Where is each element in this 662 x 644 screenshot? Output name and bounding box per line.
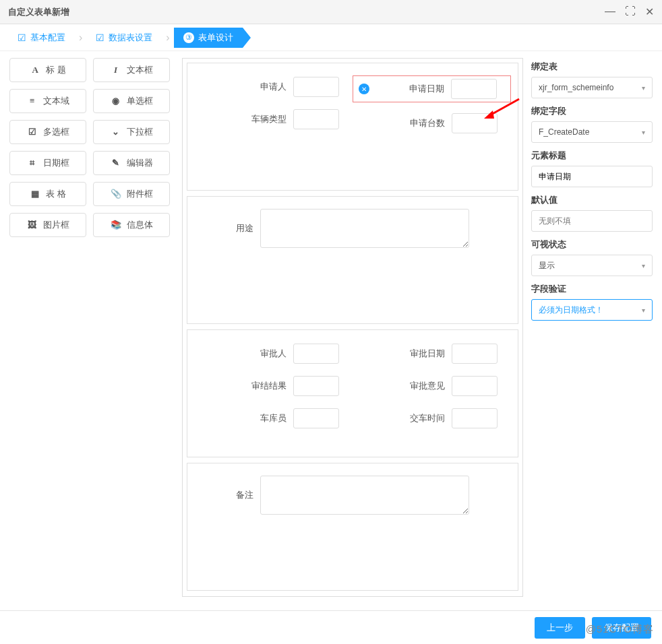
field-label: 申请日期 bbox=[409, 83, 444, 95]
palette-title[interactable]: A标 题 bbox=[9, 58, 86, 82]
form-field-approve-result[interactable]: 审结结果 bbox=[194, 375, 353, 397]
step-label: 表单设计 bbox=[198, 32, 233, 44]
field-label: 申请台数 bbox=[410, 117, 445, 129]
palette-textarea[interactable]: ≡文本域 bbox=[9, 89, 86, 113]
check-icon: ☑ bbox=[96, 32, 104, 43]
prev-step-button[interactable]: 上一步 bbox=[535, 617, 585, 639]
field-input[interactable] bbox=[451, 79, 497, 99]
form-field-remark[interactable]: 备注 bbox=[194, 476, 511, 515]
form-field-approve-date[interactable]: 审批日期 bbox=[353, 342, 511, 365]
field-validation-select[interactable]: 必须为日期格式！ bbox=[531, 299, 653, 321]
radio-icon: ◉ bbox=[111, 96, 121, 106]
footer: 上一步 保存配置 bbox=[0, 610, 662, 644]
palette-label: 下拉框 bbox=[127, 126, 153, 138]
field-label: 备注 bbox=[236, 489, 253, 501]
palette-attachment[interactable]: 📎附件框 bbox=[93, 182, 170, 206]
chevron-right-icon: › bbox=[79, 32, 82, 44]
select-icon: ⌄ bbox=[111, 127, 121, 137]
palette-label: 文本域 bbox=[43, 95, 69, 107]
palette-checkbox[interactable]: ☑多选框 bbox=[9, 120, 86, 144]
select-value: 必须为日期格式！ bbox=[539, 304, 603, 316]
palette-textbox[interactable]: I文本框 bbox=[93, 58, 170, 82]
palette-label: 表 格 bbox=[46, 188, 66, 200]
field-input[interactable] bbox=[452, 113, 498, 133]
form-field-delivery-time[interactable]: 交车时间 bbox=[353, 407, 511, 430]
bind-table-select[interactable]: xjr_form_schemeinfo bbox=[531, 77, 653, 98]
close-icon[interactable]: ✕ bbox=[645, 5, 654, 18]
bind-field-select[interactable]: F_CreateDate bbox=[531, 121, 653, 143]
maximize-icon[interactable]: ⛶ bbox=[625, 5, 636, 18]
textbox-icon: I bbox=[111, 65, 121, 75]
step-number-icon: ③ bbox=[183, 32, 194, 43]
palette-label: 日期框 bbox=[43, 157, 69, 169]
title-icon: A bbox=[30, 65, 40, 75]
form-canvas[interactable]: 申请人 车辆类型 ✕ 申请日期 申请台数 bbox=[182, 58, 523, 597]
field-label: 车库员 bbox=[260, 412, 287, 424]
form-field-approve-opinion[interactable]: 审批意见 bbox=[353, 375, 511, 397]
edit-icon: ✎ bbox=[111, 158, 121, 168]
field-input[interactable] bbox=[293, 109, 339, 129]
palette-infobody[interactable]: 📚信息体 bbox=[93, 213, 170, 237]
field-label: 申请人 bbox=[260, 81, 287, 93]
palette-image[interactable]: 🖼图片框 bbox=[9, 213, 86, 237]
form-section[interactable]: 用途 bbox=[187, 196, 518, 324]
main-area: A标 题 I文本框 ≡文本域 ◉单选框 ☑多选框 ⌄下拉框 ⌗日期框 ✎编辑器 … bbox=[0, 51, 662, 604]
form-field-purpose[interactable]: 用途 bbox=[194, 209, 511, 248]
form-section[interactable]: 申请人 车辆类型 ✕ 申请日期 申请台数 bbox=[187, 63, 518, 191]
form-field-applicant[interactable]: 申请人 bbox=[194, 75, 353, 98]
prop-label-bind-field: 绑定字段 bbox=[531, 105, 653, 117]
visible-state-select[interactable]: 显示 bbox=[531, 255, 653, 276]
palette-label: 文本框 bbox=[127, 64, 153, 76]
select-value: xjr_form_schemeinfo bbox=[539, 83, 613, 92]
default-value-input[interactable] bbox=[531, 210, 653, 232]
checkbox-icon: ☑ bbox=[27, 127, 38, 137]
field-input[interactable] bbox=[293, 77, 339, 97]
palette-radio[interactable]: ◉单选框 bbox=[93, 89, 170, 113]
field-input[interactable] bbox=[293, 408, 339, 428]
palette-label: 附件框 bbox=[127, 188, 153, 200]
prop-label-visible: 可视状态 bbox=[531, 238, 653, 251]
palette-table[interactable]: ▦表 格 bbox=[9, 182, 86, 206]
form-field-vehicle-type[interactable]: 车辆类型 bbox=[194, 108, 353, 131]
field-input[interactable] bbox=[293, 344, 339, 364]
prop-label-bind-table: 绑定表 bbox=[531, 61, 653, 73]
element-title-input[interactable] bbox=[531, 166, 653, 187]
form-field-approver[interactable]: 审批人 bbox=[194, 342, 353, 365]
field-input[interactable] bbox=[452, 408, 498, 428]
form-column-right: ✕ 申请日期 申请台数 bbox=[353, 75, 511, 178]
form-section[interactable]: 备注 bbox=[187, 463, 518, 591]
input-value[interactable] bbox=[539, 216, 636, 226]
input-value[interactable] bbox=[539, 172, 636, 181]
calendar-icon: ⌗ bbox=[27, 158, 38, 168]
palette-datebox[interactable]: ⌗日期框 bbox=[9, 151, 86, 175]
field-label: 审结结果 bbox=[251, 380, 287, 392]
form-section[interactable]: 审批人 审结结果 车库员 审批日期 审批意见 交车时间 bbox=[187, 329, 518, 457]
field-label: 用途 bbox=[236, 222, 253, 234]
form-field-apply-count[interactable]: 申请台数 bbox=[353, 112, 511, 135]
step-form-design[interactable]: ③ 表单设计 bbox=[174, 28, 243, 48]
select-value: F_CreateDate bbox=[539, 127, 589, 137]
field-textarea[interactable] bbox=[260, 209, 469, 248]
field-label: 交车时间 bbox=[410, 412, 445, 424]
step-basic-config[interactable]: ☑ 基本配置 bbox=[8, 28, 75, 48]
watermark: @51CTO博客 bbox=[586, 623, 654, 636]
field-input[interactable] bbox=[452, 344, 498, 364]
form-field-apply-date[interactable]: ✕ 申请日期 bbox=[353, 75, 511, 102]
minimize-icon[interactable]: — bbox=[605, 5, 615, 18]
field-input[interactable] bbox=[452, 376, 498, 396]
palette-editor[interactable]: ✎编辑器 bbox=[93, 151, 170, 175]
delete-field-icon[interactable]: ✕ bbox=[359, 84, 369, 94]
field-textarea[interactable] bbox=[260, 476, 469, 515]
window-actions: — ⛶ ✕ bbox=[605, 5, 654, 18]
field-label: 审批意见 bbox=[410, 380, 445, 392]
wizard-steps: ☑ 基本配置 › ☑ 数据表设置 › ③ 表单设计 bbox=[0, 24, 662, 51]
form-field-garage-staff[interactable]: 车库员 bbox=[194, 407, 353, 430]
field-input[interactable] bbox=[293, 376, 339, 396]
palette-select[interactable]: ⌄下拉框 bbox=[93, 120, 170, 144]
palette-label: 标 题 bbox=[46, 64, 66, 76]
table-icon: ▦ bbox=[30, 189, 40, 199]
step-label: 数据表设置 bbox=[109, 32, 152, 44]
attachment-icon: 📎 bbox=[111, 189, 121, 199]
step-data-table[interactable]: ☑ 数据表设置 bbox=[86, 28, 162, 48]
prop-label-element-title: 元素标题 bbox=[531, 150, 653, 162]
